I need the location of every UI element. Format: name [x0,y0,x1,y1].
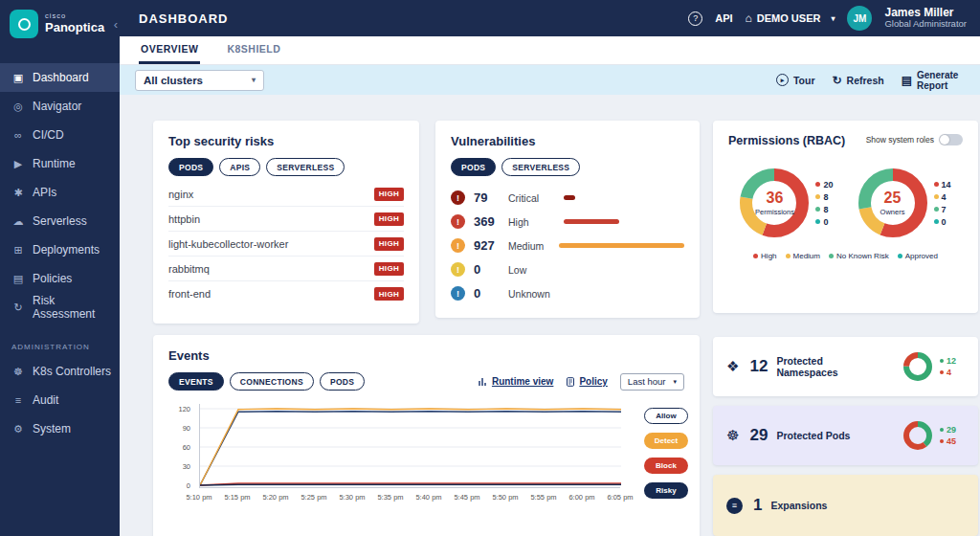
stat-approved: 0 [934,217,951,227]
pods-count: 29 [749,426,768,445]
events-chart: 0306090120 5:10 pm5:15 pm5:20 pm5:25 pm5… [168,404,684,519]
legend-block[interactable]: Block [644,458,688,474]
vuln-row[interactable]: !927Medium [451,234,684,257]
vuln-row[interactable]: !369High [451,210,684,234]
risks-filter-apis[interactable]: APIS [219,158,260,176]
events-lines [200,404,621,488]
risk-row[interactable]: nginxHIGH [168,182,404,207]
stat-high: 20 [815,180,833,190]
show-system-roles-toggle[interactable] [939,134,963,145]
sidebar-collapse-icon[interactable]: ‹ [114,17,118,32]
risks-filter-pods[interactable]: PODS [168,158,213,176]
cluster-select[interactable]: All clusters ▾ [135,70,264,91]
dot-icon [940,428,944,432]
expansions-count: 1 [753,496,762,515]
protected-namespaces-card[interactable]: ❖ 12 Protected Namespaces 12 4 [713,337,978,396]
policy-link[interactable]: Policy [566,376,607,387]
org-selector[interactable]: ⌂ DEMO USER ▾ [746,11,835,25]
severity-badge: HIGH [374,212,404,226]
show-system-roles-label: Show system roles [866,135,934,145]
sidebar-item-apis[interactable]: ✱APIs [0,178,120,207]
card-title: Events [168,348,684,363]
top-security-risks-card: Top security risks PODS APIS SERVERLESS … [153,121,419,324]
tab-overview[interactable]: OVERVIEW [139,36,200,64]
api-link[interactable]: API [715,12,732,24]
stat-approved: 0 [815,217,833,227]
vuln-row[interactable]: !0Low [451,257,684,281]
chevron-down-icon: ▾ [252,76,256,84]
chevron-down-icon: ▾ [673,378,677,386]
vuln-label: Unknown [508,288,564,300]
owners-donut-group: 25Owners 14 4 7 0 [858,168,951,237]
risk-row[interactable]: front-endHIGH [168,281,404,306]
sidebar-item-risk-assessment[interactable]: ↻Risk Assessment [0,293,120,322]
dot-icon [829,254,834,258]
sidebar: cisco Panoptica ‹ ▣Dashboard ◎Navigator … [0,0,120,536]
legend-detect[interactable]: Detect [644,433,688,449]
sidebar-item-label: Audit [33,393,58,407]
runtime-view-link[interactable]: Runtime view [479,376,553,387]
avatar[interactable]: JM [847,6,872,31]
org-label: DEMO USER [757,12,821,24]
sidebar-item-policies[interactable]: ▤Policies [0,264,120,293]
sidebar-item-serverless[interactable]: ☁Serverless [0,207,120,235]
toggle-knob [940,135,949,145]
owners-count: 25 [884,190,902,206]
tabs-row: OVERVIEW K8SHIELD [120,36,980,65]
vuln-count: 0 [474,286,508,301]
sidebar-item-k8s-controllers[interactable]: ☸K8s Controllers [0,357,120,386]
sidebar-nav: ▣Dashboard ◎Navigator ∞CI/CD ▶Runtime ✱A… [0,63,120,443]
sidebar-item-deployments[interactable]: ⊞Deployments [0,235,120,264]
tab-k8shield[interactable]: K8SHIELD [225,36,282,64]
risks-filter-serverless[interactable]: SERVERLESS [266,158,345,176]
sidebar-item-label: Deployments [33,243,100,257]
help-icon[interactable]: ? [688,11,702,26]
vuln-count: 0 [474,262,508,277]
namespaces-label: Protected Namespaces [776,355,853,378]
vuln-row[interactable]: !0Unknown [451,281,684,305]
deployments-icon: ⊞ [11,244,25,257]
owners-label: Owners [880,208,905,216]
sidebar-item-runtime[interactable]: ▶Runtime [0,149,120,178]
sidebar-item-dashboard[interactable]: ▣Dashboard [0,63,120,92]
plot-area [199,404,620,488]
card-title: Top security risks [168,134,404,148]
sidebar-item-cicd[interactable]: ∞CI/CD [0,121,120,149]
events-filter-events[interactable]: EVENTS [168,372,224,391]
risk-row[interactable]: light-kubecollector-workerHIGH [168,232,404,257]
events-filter-pods[interactable]: PODS [320,372,365,391]
refresh-button[interactable]: ↻ Refresh [832,74,883,87]
legend-allow[interactable]: Allow [644,408,688,424]
risk-row[interactable]: rabbitmqHIGH [168,257,404,281]
tour-button[interactable]: ▸ Tour [776,74,815,86]
vuln-bar [564,195,575,200]
expansions-label: Expansions [770,500,847,511]
vuln-filter-pods[interactable]: PODS [451,158,496,176]
time-range-select[interactable]: Last hour ▾ [620,373,684,391]
chart-icon [479,377,488,387]
permissions-label: Permissions [755,208,794,216]
risk-row[interactable]: httpbinHIGH [168,207,404,232]
legend-no-known-risk: No Known Risk [829,252,889,260]
dot-icon [934,219,939,224]
legend-high: High [753,252,776,260]
severity-badge: HIGH [374,237,404,251]
vuln-filter-serverless[interactable]: SERVERLESS [501,158,580,176]
expansions-card[interactable]: ≡ 1 Expansions [713,475,978,536]
vuln-label: Low [508,264,564,276]
dot-icon [815,182,820,187]
events-filter-connections[interactable]: CONNECTIONS [230,372,314,391]
vuln-row[interactable]: !79Critical [451,186,684,210]
sidebar-item-navigator[interactable]: ◎Navigator [0,92,120,121]
dot-icon [934,182,939,187]
brand-name: Panoptica [45,20,104,35]
generate-report-button[interactable]: ▤ Generate Report [902,70,965,91]
vuln-label: High [508,216,564,228]
sidebar-item-label: APIs [33,186,56,199]
legend-risky[interactable]: Risky [644,482,688,499]
sidebar-item-system[interactable]: ⚙System [0,414,120,443]
apis-icon: ✱ [11,187,25,199]
sidebar-item-label: Dashboard [33,71,89,84]
sidebar-item-audit[interactable]: ≡Audit [0,386,120,414]
protected-pods-card[interactable]: ☸ 29 Protected Pods 29 45 [713,406,978,465]
